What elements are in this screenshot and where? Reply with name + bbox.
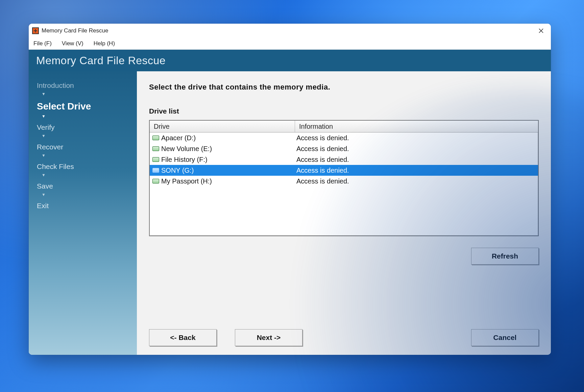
drive-info: Access is denied. <box>295 167 538 174</box>
drive-row[interactable]: My Passport (H:)Access is denied. <box>150 176 538 187</box>
chevron-down-icon: ▼ <box>42 153 137 158</box>
next-button[interactable]: Next -> <box>235 329 302 346</box>
drive-info: Access is denied. <box>295 177 538 185</box>
wizard-sidebar: Introduction ▼ Select Drive ▼ Verify ▼ R… <box>29 71 137 355</box>
drive-row[interactable]: SONY (G:)Access is denied. <box>150 165 538 176</box>
app-title: Memory Card File Rescue <box>36 54 166 67</box>
drive-row[interactable]: New Volume (E:)Access is denied. <box>150 143 538 154</box>
drive-info: Access is denied. <box>295 156 538 164</box>
drive-name: SONY (G:) <box>161 167 194 174</box>
back-button[interactable]: <- Back <box>149 329 217 346</box>
drive-icon <box>152 146 159 151</box>
instruction-text: Select the drive that contains the memor… <box>149 83 539 92</box>
drive-info: Access is denied. <box>295 145 538 153</box>
cancel-button[interactable]: Cancel <box>471 329 539 346</box>
step-introduction[interactable]: Introduction <box>37 81 137 90</box>
chevron-down-icon: ▼ <box>42 114 137 119</box>
drive-list[interactable]: Drive Information Apacer (D:)Access is d… <box>149 120 539 236</box>
menubar: File (F) View (V) Help (H) <box>29 38 551 50</box>
menu-view[interactable]: View (V) <box>60 39 86 48</box>
titlebar[interactable]: Memory Card File Rescue <box>29 24 551 38</box>
drive-row[interactable]: File History (F:)Access is denied. <box>150 154 538 165</box>
drive-name: File History (F:) <box>161 156 208 164</box>
wizard-buttons: <- Back Next -> Cancel <box>149 329 539 346</box>
refresh-button[interactable]: Refresh <box>471 248 539 265</box>
drive-icon <box>152 179 159 183</box>
drive-icon <box>152 157 159 162</box>
menu-help[interactable]: Help (H) <box>92 39 117 48</box>
main-area: Introduction ▼ Select Drive ▼ Verify ▼ R… <box>29 71 551 355</box>
step-exit[interactable]: Exit <box>37 202 137 210</box>
step-verify[interactable]: Verify <box>37 123 137 131</box>
drive-icon <box>152 168 159 173</box>
close-button[interactable] <box>533 25 549 36</box>
drive-name: Apacer (D:) <box>161 134 196 142</box>
column-header-drive[interactable]: Drive <box>150 121 295 132</box>
step-check-files[interactable]: Check Files <box>37 163 137 171</box>
drive-icon <box>152 136 159 140</box>
column-header-information[interactable]: Information <box>295 121 538 132</box>
app-window: Memory Card File Rescue File (F) View (V… <box>29 24 551 355</box>
chevron-down-icon: ▼ <box>42 133 137 138</box>
step-recover[interactable]: Recover <box>37 143 137 151</box>
step-select-drive[interactable]: Select Drive <box>37 101 137 112</box>
drive-name: New Volume (E:) <box>161 145 212 153</box>
window-title: Memory Card File Rescue <box>42 27 108 34</box>
app-icon <box>32 27 39 34</box>
content-panel: Select the drive that contains the memor… <box>137 71 551 355</box>
drive-list-header: Drive Information <box>150 121 538 132</box>
menu-file[interactable]: File (F) <box>31 39 54 48</box>
close-icon <box>539 28 543 33</box>
chevron-down-icon: ▼ <box>42 173 137 177</box>
header-band: Memory Card File Rescue <box>29 50 551 71</box>
step-save[interactable]: Save <box>37 182 137 190</box>
drive-info: Access is denied. <box>295 134 538 142</box>
drive-list-label: Drive list <box>149 107 539 115</box>
chevron-down-icon: ▼ <box>42 192 137 197</box>
drive-list-body[interactable]: Apacer (D:)Access is denied.New Volume (… <box>150 132 538 236</box>
drive-name: My Passport (H:) <box>161 177 212 185</box>
desktop-background: Memory Card File Rescue File (F) View (V… <box>0 0 584 392</box>
chevron-down-icon: ▼ <box>42 92 137 96</box>
drive-row[interactable]: Apacer (D:)Access is denied. <box>150 132 538 143</box>
